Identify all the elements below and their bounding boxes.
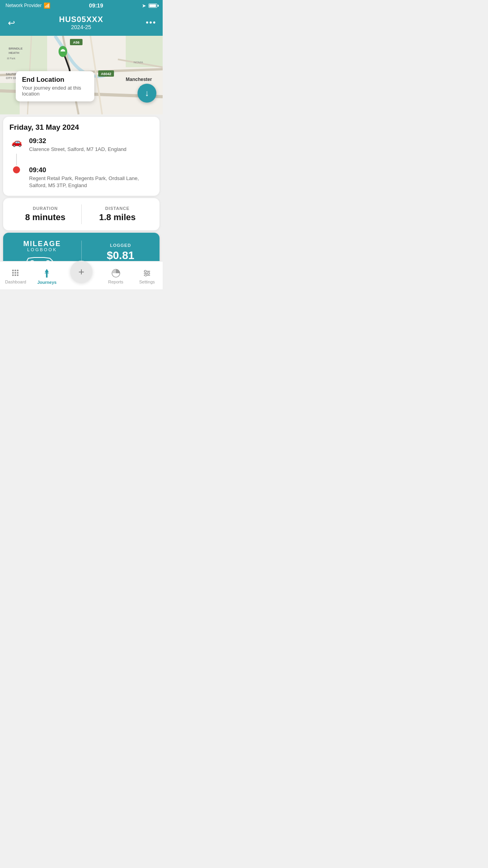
end-content: 09:40 Regent Retail Park, Regents Park, … — [29, 166, 153, 189]
end-popup-subtitle: Your journey ended at this location — [22, 85, 88, 97]
end-location-popup: End Location Your journey ended at this … — [16, 71, 94, 101]
svg-rect-42 — [17, 274, 18, 276]
distance-block: DISTANCE 1.8 miles — [82, 206, 154, 223]
journey-date: Friday, 31 May 2024 — [9, 123, 153, 132]
reports-icon — [111, 268, 121, 278]
battery-icon — [149, 4, 157, 8]
nav-item-dashboard[interactable]: Dashboard — [0, 265, 31, 284]
mileage-word: MILEAGE — [23, 240, 61, 248]
svg-text:A56: A56 — [73, 40, 80, 44]
svg-rect-34 — [12, 270, 14, 271]
start-time: 09:32 — [29, 137, 127, 145]
carrier-text: Network Provider — [6, 3, 42, 8]
svg-rect-35 — [15, 270, 16, 271]
header: ↩ HUS05XXX 2024-25 ••• — [0, 11, 163, 36]
svg-point-52 — [145, 274, 147, 276]
svg-rect-38 — [15, 272, 16, 274]
nav-label-reports: Reports — [108, 280, 123, 284]
map-container: A56 A6042 A57 BRINDLE HEATH SALFORD CITY… — [0, 36, 163, 114]
svg-point-51 — [148, 272, 150, 274]
nav-label-settings: Settings — [139, 280, 155, 284]
nav-label-dashboard: Dashboard — [5, 280, 26, 284]
logged-value: $0.81 — [88, 249, 154, 262]
location-arrow-icon: ➤ — [142, 3, 146, 9]
svg-rect-36 — [17, 270, 18, 271]
svg-text:ill Park: ill Park — [7, 57, 16, 60]
svg-text:NOMA: NOMA — [134, 61, 143, 64]
more-icon: ••• — [146, 18, 156, 27]
mileage-logo-text: MILEAGE LOGBOOK — [23, 240, 61, 252]
end-popup-title: End Location — [22, 76, 88, 84]
svg-rect-39 — [17, 272, 18, 274]
car-icon: 🚗 — [11, 137, 22, 147]
add-journey-button[interactable]: + — [70, 261, 92, 283]
start-content: 09:32 Clarence Street, Salford, M7 1AD, … — [29, 137, 127, 153]
svg-rect-1 — [0, 36, 47, 71]
distance-value: 1.8 miles — [82, 212, 154, 223]
back-button[interactable]: ↩ — [6, 16, 17, 30]
plus-icon: + — [78, 267, 84, 277]
nav-item-journeys[interactable]: Journeys — [31, 265, 63, 285]
logbook-word: LOGBOOK — [23, 247, 61, 252]
duration-label: DURATION — [9, 206, 81, 211]
journey-timeline: 🚗 09:32 Clarence Street, Salford, M7 1AD… — [9, 137, 153, 189]
status-bar: Network Provider 📶 09:19 ➤ — [0, 0, 163, 11]
wifi-icon: 📶 — [44, 2, 50, 9]
end-icon — [9, 166, 24, 173]
bottom-nav: Dashboard Journeys + Reports S — [0, 261, 163, 289]
end-address: Regent Retail Park, Regents Park, Ordsal… — [29, 175, 153, 189]
logged-label: LOGGED — [88, 243, 154, 248]
end-time: 09:40 — [29, 166, 153, 174]
journeys-icon — [42, 268, 52, 278]
svg-text:BRINDLE: BRINDLE — [9, 47, 23, 50]
dashboard-icon — [11, 268, 20, 278]
duration-block: DURATION 8 minutes — [9, 206, 81, 223]
year-label: 2024-25 — [59, 24, 103, 30]
status-right: ➤ — [142, 3, 157, 9]
settings-icon — [142, 268, 152, 278]
status-time: 09:19 — [89, 2, 103, 9]
menu-button[interactable]: ••• — [146, 18, 156, 27]
svg-text:HEATH: HEATH — [9, 51, 19, 55]
svg-rect-37 — [12, 272, 14, 274]
map-download-button[interactable]: ↓ — [138, 84, 156, 103]
distance-label: DISTANCE — [82, 206, 154, 211]
svg-point-50 — [145, 270, 147, 272]
svg-text:A6042: A6042 — [101, 72, 112, 76]
duration-value: 8 minutes — [9, 212, 81, 223]
svg-text:Manchester: Manchester — [126, 77, 152, 82]
timeline-start: 🚗 09:32 Clarence Street, Salford, M7 1AD… — [9, 137, 153, 153]
timeline-connector — [16, 154, 17, 166]
stats-card: DURATION 8 minutes DISTANCE 1.8 miles — [3, 198, 160, 230]
start-address: Clarence Street, Salford, M7 1AD, Englan… — [29, 146, 127, 153]
status-left: Network Provider 📶 — [6, 2, 50, 9]
timeline-end: 09:40 Regent Retail Park, Regents Park, … — [9, 166, 153, 189]
nav-item-settings[interactable]: Settings — [131, 265, 163, 284]
download-icon: ↓ — [145, 88, 149, 98]
red-dot-icon — [13, 166, 20, 173]
back-arrow-icon: ↩ — [8, 18, 15, 28]
nav-item-add[interactable]: + — [62, 267, 100, 283]
nav-label-journeys: Journeys — [37, 280, 57, 285]
vehicle-id: HUS05XXX — [59, 15, 103, 24]
svg-rect-40 — [12, 274, 14, 276]
header-title-block: HUS05XXX 2024-25 — [59, 15, 103, 30]
nav-item-reports[interactable]: Reports — [100, 265, 132, 284]
svg-rect-41 — [15, 274, 16, 276]
journey-card: Friday, 31 May 2024 🚗 09:32 Clarence Str… — [3, 117, 160, 196]
start-icon: 🚗 — [9, 137, 24, 147]
